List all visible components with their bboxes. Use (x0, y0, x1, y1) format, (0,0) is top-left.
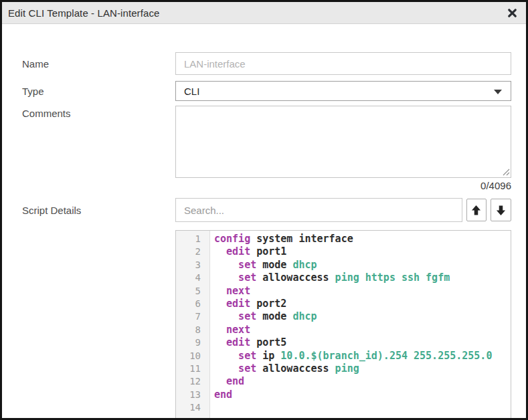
close-button[interactable] (506, 7, 518, 19)
code-lines: 1config system interface2 edit port13 se… (176, 233, 511, 415)
name-label: Name (22, 58, 175, 70)
line-number: 5 (176, 285, 205, 298)
dialog-titlebar: Edit CLI Template - LAN-interface (2, 2, 526, 24)
code-line: 9 edit port5 (176, 336, 511, 349)
name-input[interactable] (175, 52, 511, 75)
line-number: 11 (176, 362, 205, 375)
code-line: 14 (176, 401, 511, 414)
search-next-button[interactable] (491, 199, 511, 221)
code-line: 4 set allowaccess ping https ssh fgfm (176, 272, 511, 284)
code-line: 6 edit port2 (176, 298, 511, 310)
line-number: 1 (176, 233, 205, 245)
line-number: 4 (176, 272, 205, 284)
code-line: 11 set allowaccess ping (176, 362, 511, 375)
comments-char-counter: 0/4096 (175, 180, 511, 191)
search-input[interactable] (175, 198, 462, 222)
type-row: Type CLI (22, 81, 511, 101)
code-line: 8 next (176, 324, 511, 336)
search-prev-button[interactable] (466, 199, 487, 221)
script-search-toolbar (175, 198, 511, 222)
comments-textarea[interactable] (175, 106, 511, 178)
down-arrow-icon (495, 205, 507, 216)
code-line: 10 set ip 10.0.$(branch_id).254 255.255.… (176, 350, 511, 362)
dialog-body: Name Type CLI Comments 0/4096 Scrip (2, 52, 526, 420)
type-select[interactable]: CLI (175, 81, 511, 101)
line-number: 3 (176, 259, 205, 272)
chevron-down-icon (494, 90, 502, 94)
line-number: 12 (176, 375, 205, 388)
type-select-value: CLI (184, 86, 199, 97)
code-line: 12 end (176, 375, 511, 388)
code-line: 7 set mode dhcp (176, 310, 511, 323)
editor-row: 1config system interface2 edit port13 se… (22, 230, 511, 420)
comments-row: Comments (22, 106, 511, 178)
code-line: 3 set mode dhcp (176, 259, 511, 272)
line-number: 9 (176, 336, 205, 349)
script-details-label: Script Details (22, 205, 175, 216)
code-line: 2 edit port1 (176, 245, 511, 258)
code-editor[interactable]: 1config system interface2 edit port13 se… (175, 230, 511, 420)
line-number: 7 (176, 310, 205, 323)
line-number: 2 (176, 245, 205, 258)
line-number: 13 (176, 389, 205, 401)
code-line: 1config system interface (176, 233, 511, 245)
comments-label: Comments (22, 106, 175, 119)
name-row: Name (22, 52, 511, 75)
code-line: 5 next (176, 285, 511, 298)
code-line: 13end (176, 389, 511, 401)
line-number: 10 (176, 350, 205, 362)
up-arrow-icon (470, 205, 482, 216)
counter-row: 0/4096 (22, 180, 511, 191)
line-number: 14 (176, 401, 205, 414)
line-number: 8 (176, 324, 205, 336)
dialog-title: Edit CLI Template - LAN-interface (8, 7, 506, 19)
script-details-row: Script Details (22, 198, 511, 222)
line-number: 6 (176, 298, 205, 310)
edit-cli-template-dialog: Edit CLI Template - LAN-interface Name T… (0, 0, 528, 420)
close-icon (507, 8, 517, 18)
type-label: Type (22, 86, 175, 97)
